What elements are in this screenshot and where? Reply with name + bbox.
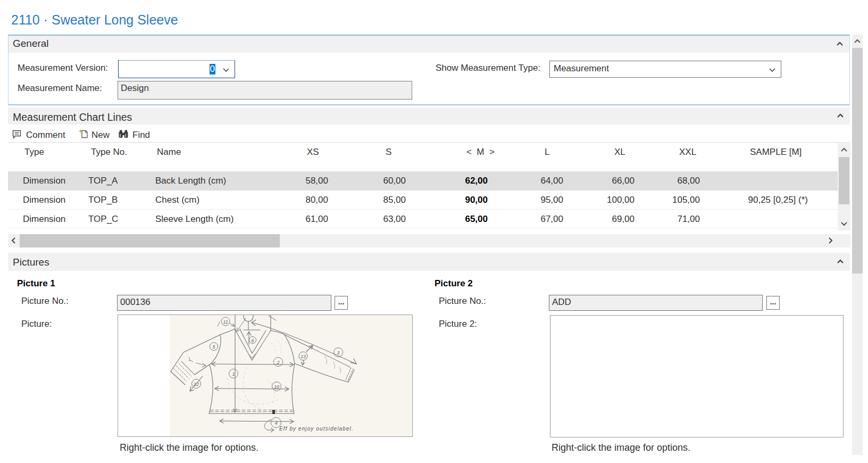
svg-text:4: 4 — [274, 420, 277, 426]
svg-text:1: 1 — [232, 371, 235, 377]
svg-text:13: 13 — [301, 354, 306, 359]
svg-text:12: 12 — [194, 382, 199, 387]
svg-text:6: 6 — [251, 338, 254, 343]
svg-text:10: 10 — [274, 384, 279, 390]
svg-text:Eff by enjoy outsidelabel.: Eff by enjoy outsidelabel. — [279, 426, 354, 432]
svg-text:11: 11 — [223, 319, 228, 325]
svg-text:2: 2 — [276, 360, 279, 365]
svg-text:3: 3 — [337, 350, 339, 355]
